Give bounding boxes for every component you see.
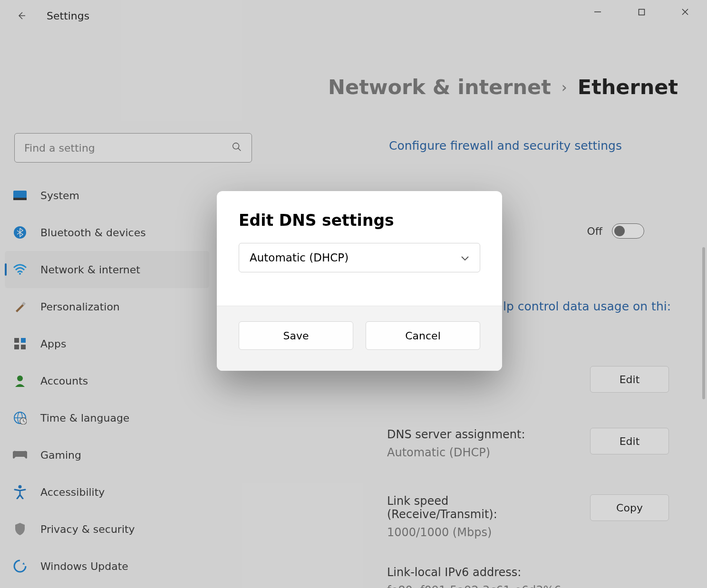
link-speed-label: Link speed (Receive/Transmit): [387,494,511,521]
update-icon [12,558,28,574]
globe-clock-icon [12,410,28,426]
titlebar: Settings [0,0,707,31]
sidebar-item-time-language[interactable]: Time & language [5,399,209,436]
chevron-down-icon [461,251,469,264]
ipv6-label: Link-local IPv6 address: [387,566,669,579]
scrollbar[interactable] [702,247,705,399]
sidebar-item-gaming[interactable]: Gaming [5,436,209,473]
save-button[interactable]: Save [239,321,353,350]
toggle-switch[interactable] [612,223,644,239]
maximize-icon [638,9,645,16]
cancel-button[interactable]: Cancel [366,321,480,350]
svg-rect-13 [14,345,19,349]
sidebar-item-label: Time & language [40,412,129,424]
sidebar-item-personalization[interactable]: Personalization [5,288,209,325]
svg-rect-1 [639,9,644,15]
breadcrumb-current: Ethernet [578,75,678,99]
sidebar-item-apps[interactable]: Apps [5,325,209,362]
breadcrumb-parent[interactable]: Network & internet [328,75,551,99]
svg-point-4 [233,143,239,149]
sidebar-item-bluetooth[interactable]: Bluetooth & devices [5,214,209,251]
ipv6-row: Link-local IPv6 address: fe80::f091:5a92… [387,566,669,588]
apps-icon [12,336,28,352]
sidebar-item-label: Windows Update [40,560,128,572]
link-speed-value: 1000/1000 (Mbps) [387,526,511,539]
sidebar-item-label: Network & internet [40,264,140,276]
brush-icon [12,299,28,315]
sidebar-item-accounts[interactable]: Accounts [5,362,209,399]
breadcrumb: Network & internet › Ethernet [328,75,678,99]
svg-rect-14 [21,345,26,349]
search-icon [232,142,242,154]
gaming-icon [12,447,28,463]
svg-line-5 [238,148,241,151]
sidebar-item-label: System [40,190,79,202]
sidebar-item-accessibility[interactable]: Accessibility [5,473,209,511]
wifi-icon [12,261,28,278]
app-title: Settings [47,10,89,22]
dns-value: Automatic (DHCP) [387,446,571,459]
data-usage-hint[interactable]: lp control data usage on thi: [503,299,671,313]
dns-mode-value: Automatic (DHCP) [250,251,349,264]
sidebar-item-privacy[interactable]: Privacy & security [5,511,209,548]
sidebar-item-label: Personalization [40,301,120,313]
edit-dns-dialog: Edit DNS settings Automatic (DHCP) Save … [217,191,502,371]
svg-point-9 [19,273,21,275]
sidebar-item-label: Gaming [40,449,81,461]
svg-point-23 [14,560,26,572]
maximize-button[interactable] [620,0,663,24]
search-input[interactable] [24,142,232,154]
sidebar-item-label: Accounts [40,375,88,387]
shield-icon [12,521,28,537]
svg-rect-12 [21,338,26,343]
sidebar-item-network[interactable]: Network & internet [5,251,209,288]
firewall-link[interactable]: Configure firewall and security settings [389,139,622,153]
sidebar-item-label: Accessibility [40,486,105,498]
account-icon [12,373,28,389]
sidebar-item-system[interactable]: System [5,177,209,214]
toggle-state-label: Off [587,225,602,237]
minimize-button[interactable] [576,0,620,24]
minimize-icon [594,8,601,16]
dialog-title: Edit DNS settings [239,211,480,230]
toggle-knob [614,226,625,236]
back-button[interactable] [10,4,33,28]
dns-label: DNS server assignment: [387,428,571,441]
svg-point-15 [17,376,23,381]
link-speed-row: Link speed (Receive/Transmit): 1000/1000… [387,494,669,539]
sidebar-nav: System Bluetooth & devices Network & int… [5,177,209,585]
search-box[interactable] [14,133,252,163]
accessibility-icon [12,484,28,500]
dns-assignment-row: DNS server assignment: Automatic (DHCP) … [387,428,669,459]
svg-rect-7 [13,198,27,200]
arrow-left-icon [16,10,27,21]
dns-mode-select[interactable]: Automatic (DHCP) [239,243,480,272]
chevron-right-icon: › [562,79,567,96]
svg-rect-11 [14,338,19,343]
edit-ip-button[interactable]: Edit [590,366,669,393]
system-icon [12,187,28,203]
copy-button[interactable]: Copy [590,494,669,521]
edit-dns-button[interactable]: Edit [590,428,669,454]
ipv6-value: fe80::f091:5a92:3c61:e6d3%6 [387,584,669,588]
svg-point-22 [19,485,22,489]
close-icon [681,8,689,16]
sidebar-item-label: Apps [40,338,66,350]
sidebar-item-label: Bluetooth & devices [40,227,146,239]
sidebar-item-label: Privacy & security [40,523,135,535]
sidebar-item-update[interactable]: Windows Update [5,548,209,585]
window-controls [576,0,707,24]
bluetooth-icon [12,224,28,241]
close-button[interactable] [663,0,707,24]
